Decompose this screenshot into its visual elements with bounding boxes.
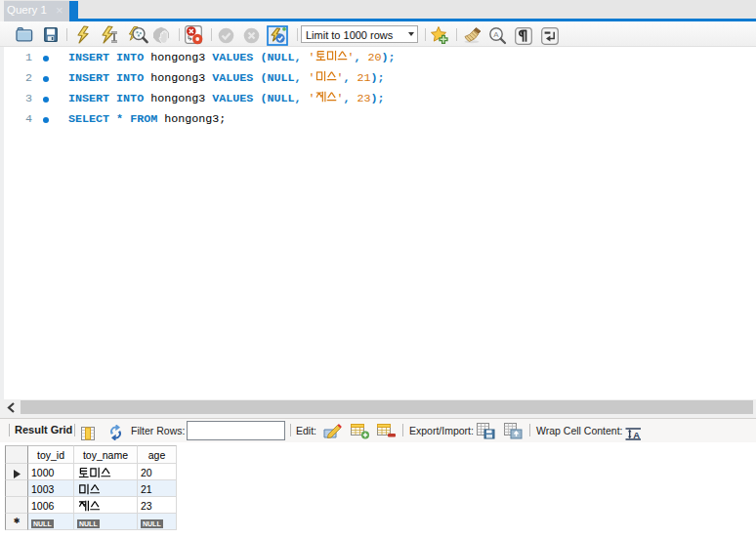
- svg-text:A: A: [493, 30, 499, 39]
- svg-text:A: A: [633, 430, 640, 440]
